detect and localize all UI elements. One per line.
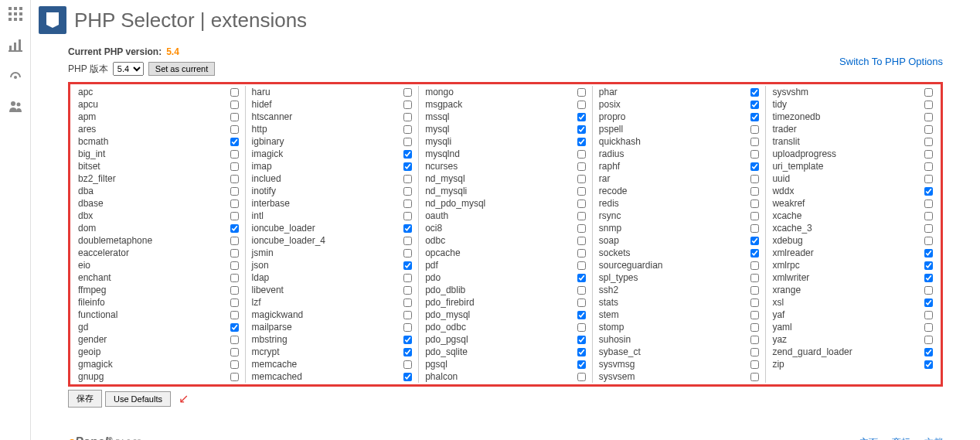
use-defaults-button[interactable]: Use Defaults — [105, 391, 171, 407]
extension-checkbox[interactable] — [230, 249, 239, 258]
extension-checkbox[interactable] — [750, 360, 759, 369]
extension-checkbox[interactable] — [230, 150, 239, 159]
extension-checkbox[interactable] — [403, 286, 412, 295]
extension-checkbox[interactable] — [750, 125, 759, 134]
extension-checkbox[interactable] — [924, 360, 933, 369]
extension-checkbox[interactable] — [750, 311, 759, 319]
extension-checkbox[interactable] — [924, 125, 933, 134]
apps-icon[interactable] — [8, 6, 23, 22]
extension-checkbox[interactable] — [750, 113, 759, 121]
extension-checkbox[interactable] — [403, 311, 412, 319]
dashboard-icon[interactable] — [8, 68, 23, 84]
extension-checkbox[interactable] — [750, 200, 759, 208]
extension-checkbox[interactable] — [230, 348, 239, 356]
extension-checkbox[interactable] — [924, 348, 933, 356]
extension-checkbox[interactable] — [924, 150, 933, 159]
users-icon[interactable] — [8, 99, 23, 114]
extension-checkbox[interactable] — [230, 298, 239, 307]
extension-checkbox[interactable] — [403, 200, 412, 208]
extension-checkbox[interactable] — [577, 298, 586, 307]
extension-checkbox[interactable] — [230, 336, 239, 344]
footer-link[interactable]: 商标 — [892, 436, 910, 441]
extension-checkbox[interactable] — [403, 187, 412, 196]
extension-checkbox[interactable] — [403, 224, 412, 233]
extension-checkbox[interactable] — [750, 224, 759, 233]
extension-checkbox[interactable] — [924, 224, 933, 233]
extension-checkbox[interactable] — [924, 249, 933, 258]
extension-checkbox[interactable] — [924, 274, 933, 282]
extension-checkbox[interactable] — [924, 298, 933, 307]
extension-checkbox[interactable] — [577, 286, 586, 295]
extension-checkbox[interactable] — [924, 212, 933, 220]
extension-checkbox[interactable] — [750, 150, 759, 159]
extension-checkbox[interactable] — [403, 274, 412, 282]
extension-checkbox[interactable] — [230, 187, 239, 196]
extension-checkbox[interactable] — [403, 175, 412, 183]
extension-checkbox[interactable] — [577, 200, 586, 208]
extension-checkbox[interactable] — [403, 138, 412, 146]
extension-checkbox[interactable] — [403, 323, 412, 332]
extension-checkbox[interactable] — [230, 224, 239, 233]
extension-checkbox[interactable] — [230, 113, 239, 121]
extension-checkbox[interactable] — [924, 311, 933, 319]
extension-checkbox[interactable] — [750, 373, 759, 381]
footer-link[interactable]: 主页 — [859, 436, 878, 441]
extension-checkbox[interactable] — [924, 237, 933, 245]
extension-checkbox[interactable] — [577, 162, 586, 171]
extension-checkbox[interactable] — [577, 187, 586, 196]
save-button[interactable]: 保存 — [68, 390, 102, 408]
extension-checkbox[interactable] — [230, 360, 239, 369]
extension-checkbox[interactable] — [577, 336, 586, 344]
extension-checkbox[interactable] — [577, 150, 586, 159]
extension-checkbox[interactable] — [577, 237, 586, 245]
set-current-button[interactable]: Set as current — [148, 62, 215, 76]
extension-checkbox[interactable] — [750, 336, 759, 344]
extension-checkbox[interactable] — [924, 336, 933, 344]
extension-checkbox[interactable] — [750, 274, 759, 282]
extension-checkbox[interactable] — [403, 336, 412, 344]
extension-checkbox[interactable] — [403, 101, 412, 109]
extension-checkbox[interactable] — [577, 113, 586, 121]
extension-checkbox[interactable] — [230, 261, 239, 270]
extension-checkbox[interactable] — [403, 162, 412, 171]
extension-checkbox[interactable] — [750, 187, 759, 196]
extension-checkbox[interactable] — [577, 348, 586, 356]
extension-checkbox[interactable] — [230, 373, 239, 381]
extension-checkbox[interactable] — [577, 261, 586, 270]
extension-checkbox[interactable] — [403, 261, 412, 270]
extension-checkbox[interactable] — [924, 162, 933, 171]
extension-checkbox[interactable] — [403, 298, 412, 307]
extension-checkbox[interactable] — [230, 88, 239, 97]
extension-checkbox[interactable] — [230, 125, 239, 134]
extension-checkbox[interactable] — [750, 286, 759, 295]
extension-checkbox[interactable] — [924, 101, 933, 109]
extension-checkbox[interactable] — [750, 298, 759, 307]
extension-checkbox[interactable] — [403, 237, 412, 245]
extension-checkbox[interactable] — [924, 187, 933, 196]
extension-checkbox[interactable] — [230, 274, 239, 282]
extension-checkbox[interactable] — [577, 323, 586, 332]
stats-icon[interactable] — [8, 37, 23, 53]
extension-checkbox[interactable] — [924, 323, 933, 332]
extension-checkbox[interactable] — [577, 101, 586, 109]
extension-checkbox[interactable] — [403, 249, 412, 258]
extension-checkbox[interactable] — [230, 323, 239, 332]
extension-checkbox[interactable] — [750, 138, 759, 146]
extension-checkbox[interactable] — [230, 101, 239, 109]
extension-checkbox[interactable] — [577, 125, 586, 134]
extension-checkbox[interactable] — [403, 113, 412, 121]
extension-checkbox[interactable] — [750, 175, 759, 183]
extension-checkbox[interactable] — [750, 249, 759, 258]
extension-checkbox[interactable] — [577, 88, 586, 97]
extension-checkbox[interactable] — [750, 237, 759, 245]
extension-checkbox[interactable] — [230, 200, 239, 208]
extension-checkbox[interactable] — [750, 101, 759, 109]
extension-checkbox[interactable] — [924, 113, 933, 121]
extension-checkbox[interactable] — [403, 150, 412, 159]
extension-checkbox[interactable] — [750, 348, 759, 356]
extension-checkbox[interactable] — [924, 200, 933, 208]
extension-checkbox[interactable] — [230, 237, 239, 245]
extension-checkbox[interactable] — [577, 311, 586, 319]
extension-checkbox[interactable] — [924, 138, 933, 146]
extension-checkbox[interactable] — [577, 373, 586, 381]
